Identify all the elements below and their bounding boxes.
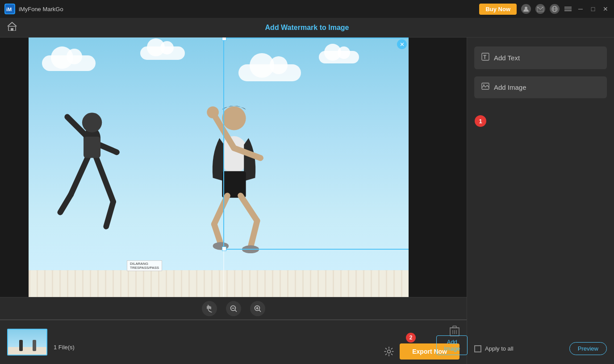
badge-2: 2 bbox=[406, 333, 416, 343]
panel-bottom: Apply to all Preview bbox=[474, 342, 607, 355]
svg-point-50 bbox=[483, 84, 485, 86]
cloud-1 bbox=[42, 55, 96, 71]
canvas-area: DILARANGTRESPASS/PASS ✕ bbox=[0, 38, 467, 364]
add-image-label: Add Image bbox=[494, 84, 526, 91]
svg-point-13 bbox=[82, 113, 102, 132]
badge-1: 1 bbox=[475, 115, 486, 127]
svg-point-32 bbox=[242, 245, 259, 253]
fence bbox=[29, 270, 409, 297]
person-right-svg bbox=[180, 95, 288, 274]
mail-icon[interactable] bbox=[535, 4, 545, 14]
svg-line-29 bbox=[241, 196, 257, 221]
apply-to-all-checkbox[interactable] bbox=[474, 345, 481, 352]
cloud-2 bbox=[140, 46, 185, 60]
app-logo: iM bbox=[4, 4, 15, 14]
zoom-in-button[interactable] bbox=[250, 301, 265, 316]
thumb-sky bbox=[8, 330, 46, 347]
svg-text:T: T bbox=[483, 54, 487, 60]
app-title: iMyFone MarkGo bbox=[19, 6, 63, 13]
titlebar-right: Buy Now ─ □ ✕ bbox=[479, 4, 610, 15]
add-text-button[interactable]: T Add Text bbox=[474, 46, 607, 69]
cloud-4 bbox=[319, 51, 359, 63]
svg-text:iM: iM bbox=[6, 7, 12, 12]
svg-line-30 bbox=[251, 221, 257, 247]
page-title: Add Watermark to Image bbox=[265, 24, 349, 32]
svg-point-21 bbox=[222, 106, 246, 130]
svg-rect-20 bbox=[84, 137, 100, 158]
svg-point-46 bbox=[388, 350, 391, 353]
preview-button[interactable]: Preview bbox=[569, 342, 607, 355]
close-selection-button[interactable]: ✕ bbox=[397, 39, 407, 49]
svg-line-37 bbox=[259, 310, 261, 312]
settings-icon[interactable] bbox=[383, 345, 395, 358]
user-icon[interactable] bbox=[521, 4, 531, 14]
canvas-toolbar bbox=[0, 297, 467, 319]
svg-line-34 bbox=[235, 310, 237, 312]
close-button[interactable]: ✕ bbox=[601, 5, 610, 13]
sign-text: DILARANGTRESPASS/PASS bbox=[127, 260, 162, 271]
svg-line-19 bbox=[106, 202, 113, 226]
titlebar-left: iM iMyFone MarkGo bbox=[4, 4, 63, 14]
cloud-3 bbox=[238, 64, 301, 81]
titlebar: iM iMyFone MarkGo Buy Now ─ □ ✕ bbox=[0, 0, 614, 18]
divider-line bbox=[223, 38, 224, 297]
svg-rect-42 bbox=[453, 326, 456, 328]
zoom-out-button[interactable] bbox=[226, 301, 241, 316]
add-image-bottom-button[interactable]: Add Image bbox=[436, 335, 468, 355]
thumb-fence bbox=[8, 347, 46, 355]
menu-icon[interactable] bbox=[564, 5, 572, 13]
thumb-person-1 bbox=[19, 340, 23, 351]
bottom-strip: 2 1 File(s) Add Image Export Now bbox=[0, 319, 467, 364]
person-left-svg bbox=[51, 103, 140, 272]
hand-tool-button[interactable] bbox=[202, 301, 217, 316]
image-left-padding bbox=[0, 38, 29, 297]
apply-to-all-row: Apply to all bbox=[474, 345, 514, 352]
svg-line-16 bbox=[71, 156, 89, 195]
maximize-button[interactable]: □ bbox=[589, 5, 597, 13]
add-image-button[interactable]: Add Image bbox=[474, 76, 607, 98]
minimize-button[interactable]: ─ bbox=[576, 5, 585, 13]
svg-line-18 bbox=[96, 156, 113, 202]
text-icon: T bbox=[481, 53, 489, 63]
globe-icon[interactable] bbox=[550, 4, 560, 14]
home-icon[interactable] bbox=[7, 22, 17, 33]
main: DILARANGTRESPASS/PASS ✕ bbox=[0, 38, 614, 364]
svg-line-28 bbox=[214, 224, 221, 244]
svg-line-17 bbox=[60, 195, 71, 213]
add-text-label: Add Text bbox=[494, 54, 520, 62]
svg-point-31 bbox=[213, 242, 229, 250]
right-panel: T Add Text Add Image 1 Apply to all Prev… bbox=[467, 38, 614, 364]
thumb-person-2 bbox=[33, 340, 36, 351]
apply-to-all-label: Apply to all bbox=[485, 345, 514, 352]
image-icon bbox=[481, 83, 489, 92]
bottom-right-buttons: Add Image Export Now bbox=[383, 343, 459, 360]
buy-now-button[interactable]: Buy Now bbox=[479, 4, 517, 15]
svg-line-27 bbox=[214, 196, 228, 224]
photo-canvas: DILARANGTRESPASS/PASS ✕ bbox=[29, 38, 409, 297]
header: Add Watermark to Image bbox=[0, 18, 614, 38]
image-viewport: DILARANGTRESPASS/PASS ✕ bbox=[0, 38, 467, 297]
image-thumbnail[interactable] bbox=[7, 329, 47, 356]
svg-rect-11 bbox=[11, 28, 13, 31]
svg-point-25 bbox=[207, 106, 219, 118]
file-count: 1 File(s) bbox=[54, 344, 75, 351]
